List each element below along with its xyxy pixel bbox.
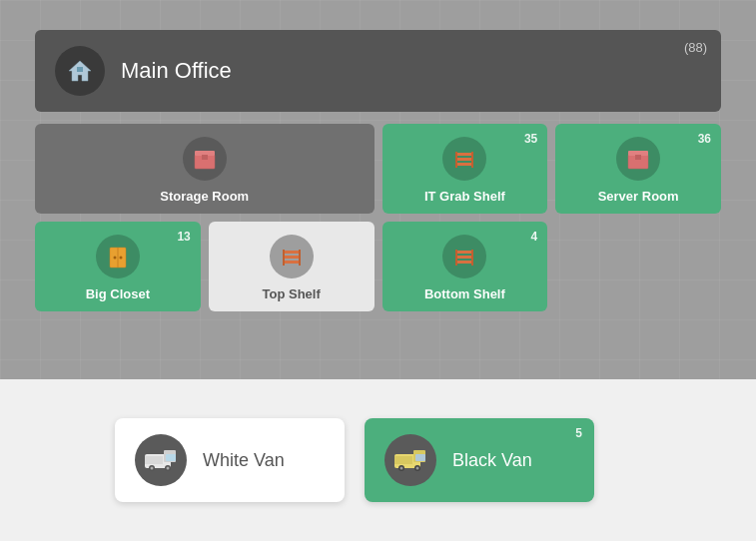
- white-van-label: White Van: [203, 450, 285, 471]
- cards-grid: Storage Room 35 IT Grab Shelf 36: [35, 124, 721, 311]
- svg-rect-1: [77, 67, 83, 72]
- white-van-icon: [135, 434, 187, 486]
- card-big-closet[interactable]: 13 Big Closet: [35, 222, 201, 311]
- svg-point-38: [400, 467, 403, 470]
- big-closet-badge: 13: [177, 230, 190, 244]
- it-grab-shelf-icon: [442, 137, 486, 181]
- svg-rect-33: [166, 454, 176, 461]
- it-grab-shelf-label: IT Grab Shelf: [424, 189, 505, 204]
- black-van-label: Black Van: [452, 450, 532, 471]
- big-closet-label: Big Closet: [86, 286, 150, 301]
- svg-point-30: [151, 467, 154, 470]
- card-server-room[interactable]: 36 Server Room: [555, 124, 721, 214]
- main-office-title: Main Office: [121, 58, 232, 84]
- top-shelf-icon: [270, 235, 314, 278]
- card-bottom-shelf[interactable]: 4 Bottom Shelf: [382, 222, 548, 311]
- svg-rect-24: [455, 251, 473, 254]
- svg-rect-34: [145, 456, 163, 464]
- svg-rect-20: [283, 250, 285, 266]
- storage-room-icon: [183, 137, 227, 181]
- black-van-badge: 5: [575, 426, 582, 440]
- server-room-label: Server Room: [598, 189, 679, 204]
- svg-rect-18: [283, 261, 301, 264]
- card-top-shelf[interactable]: Top Shelf: [209, 222, 375, 311]
- svg-rect-6: [455, 163, 473, 166]
- server-room-badge: 36: [698, 132, 711, 146]
- svg-rect-25: [455, 250, 457, 266]
- server-room-icon: [616, 137, 660, 181]
- svg-rect-23: [455, 261, 473, 264]
- bottom-shelf-icon: [442, 235, 486, 278]
- white-van-card[interactable]: White Van: [115, 418, 345, 502]
- svg-rect-12: [635, 155, 641, 160]
- main-office-icon: [55, 46, 105, 96]
- main-office-badge: (88): [684, 40, 707, 55]
- card-it-grab-shelf[interactable]: 35 IT Grab Shelf: [382, 124, 548, 214]
- svg-point-15: [113, 257, 116, 260]
- main-office-card[interactable]: Main Office (88): [35, 30, 721, 112]
- svg-rect-22: [455, 256, 473, 259]
- card-storage-room[interactable]: Storage Room: [35, 124, 375, 214]
- svg-rect-5: [455, 158, 473, 161]
- svg-rect-41: [415, 454, 425, 461]
- svg-rect-21: [299, 250, 301, 266]
- svg-rect-42: [394, 456, 412, 464]
- bottom-shelf-badge: 4: [531, 230, 538, 244]
- svg-rect-4: [202, 155, 208, 160]
- bottom-section: White Van 5 Black Van: [0, 379, 756, 541]
- big-closet-icon: [96, 235, 140, 278]
- svg-rect-9: [471, 152, 473, 168]
- it-grab-shelf-badge: 35: [524, 132, 537, 146]
- svg-rect-8: [455, 152, 457, 168]
- svg-point-32: [167, 467, 170, 470]
- svg-rect-17: [283, 256, 301, 259]
- svg-point-40: [416, 467, 419, 470]
- svg-rect-19: [283, 251, 301, 254]
- black-van-icon: [384, 434, 436, 486]
- svg-rect-26: [471, 250, 473, 266]
- top-section: Main Office (88) Storage Room 35: [0, 0, 756, 379]
- black-van-card[interactable]: 5 Black Van: [365, 418, 594, 502]
- bottom-shelf-label: Bottom Shelf: [424, 286, 505, 301]
- top-shelf-label: Top Shelf: [262, 286, 320, 301]
- svg-point-16: [119, 257, 122, 260]
- svg-rect-7: [455, 153, 473, 156]
- storage-room-label: Storage Room: [160, 189, 249, 204]
